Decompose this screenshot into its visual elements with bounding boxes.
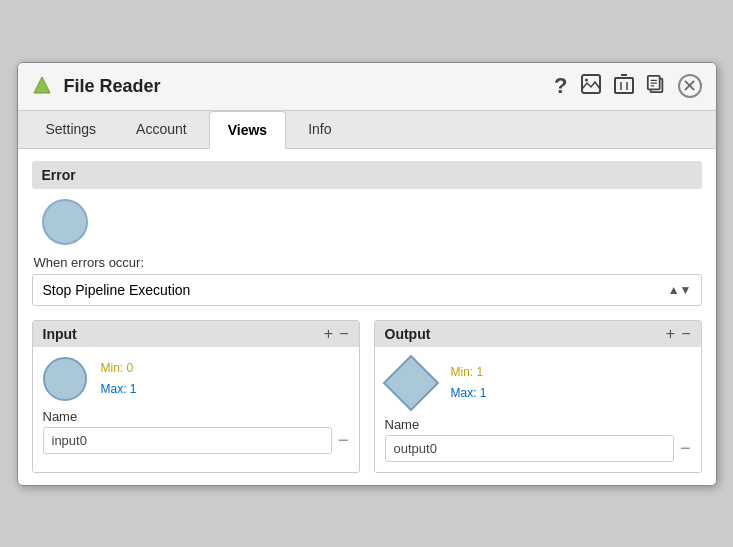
input-remove-button[interactable]: −: [339, 326, 348, 342]
input-port-stats: Min: 0 Max: 1: [101, 358, 137, 399]
help-icon[interactable]: ?: [554, 73, 567, 99]
input-name-field-row: −: [43, 427, 349, 454]
input-add-button[interactable]: +: [324, 326, 333, 342]
window-title: File Reader: [64, 76, 161, 97]
output-diamond-wrapper: [385, 357, 437, 409]
output-name-field-row: −: [385, 435, 691, 462]
titlebar-controls: ?: [554, 73, 701, 100]
output-name-field[interactable]: [385, 435, 674, 462]
tab-settings[interactable]: Settings: [28, 111, 115, 147]
titlebar-left: File Reader: [32, 75, 161, 97]
input-port-info: Min: 0 Max: 1: [43, 357, 349, 401]
tab-bar: Settings Account Views Info: [18, 111, 716, 149]
error-section: Error When errors occur: Stop Pipeline E…: [32, 161, 702, 306]
tab-views[interactable]: Views: [209, 111, 286, 149]
output-diamond-icon: [382, 354, 439, 411]
main-content: Error When errors occur: Stop Pipeline E…: [18, 149, 716, 485]
output-min: Min: 1: [451, 362, 487, 382]
file-reader-icon: [32, 75, 54, 97]
titlebar: File Reader ?: [18, 63, 716, 111]
error-dropdown-wrapper: Stop Pipeline Execution Continue Skip Ro…: [32, 274, 702, 306]
main-window: File Reader ?: [17, 62, 717, 486]
output-port-info: Min: 1 Max: 1: [385, 357, 691, 409]
output-add-button[interactable]: +: [666, 326, 675, 342]
output-panel-body: Min: 1 Max: 1 Name −: [375, 347, 701, 472]
input-panel: Input + − Min: 0 Max: 1 Name: [32, 320, 360, 473]
image-icon[interactable]: [580, 73, 602, 100]
input-name-label: Name: [43, 409, 349, 424]
output-panel-controls: + −: [666, 326, 691, 342]
output-name-label: Name: [385, 417, 691, 432]
error-label: When errors occur:: [34, 255, 702, 270]
error-dropdown[interactable]: Stop Pipeline Execution Continue Skip Ro…: [32, 274, 702, 306]
output-max: Max: 1: [451, 383, 487, 403]
tab-account[interactable]: Account: [118, 111, 205, 147]
input-min: Min: 0: [101, 358, 137, 378]
error-section-header: Error: [32, 161, 702, 189]
input-panel-header: Input + −: [33, 321, 359, 347]
output-port-stats: Min: 1 Max: 1: [451, 362, 487, 403]
close-icon[interactable]: ✕: [678, 74, 702, 98]
output-remove-button[interactable]: −: [681, 326, 690, 342]
svg-point-2: [585, 78, 588, 81]
input-max: Max: 1: [101, 379, 137, 399]
copy-icon[interactable]: [646, 73, 666, 100]
input-panel-controls: + −: [324, 326, 349, 342]
output-panel-title: Output: [385, 326, 431, 342]
input-name-remove-button[interactable]: −: [338, 430, 349, 451]
input-circle-icon: [43, 357, 87, 401]
error-circle-icon: [42, 199, 88, 245]
input-panel-title: Input: [43, 326, 77, 342]
trash-icon[interactable]: [614, 73, 634, 100]
svg-rect-3: [615, 78, 633, 93]
tab-info[interactable]: Info: [290, 111, 349, 147]
input-name-field[interactable]: [43, 427, 332, 454]
output-name-remove-button[interactable]: −: [680, 438, 691, 459]
svg-marker-0: [34, 77, 50, 93]
output-panel-header: Output + −: [375, 321, 701, 347]
output-panel: Output + − Min: 1 Max: 1: [374, 320, 702, 473]
io-row: Input + − Min: 0 Max: 1 Name: [32, 320, 702, 473]
input-panel-body: Min: 0 Max: 1 Name −: [33, 347, 359, 464]
